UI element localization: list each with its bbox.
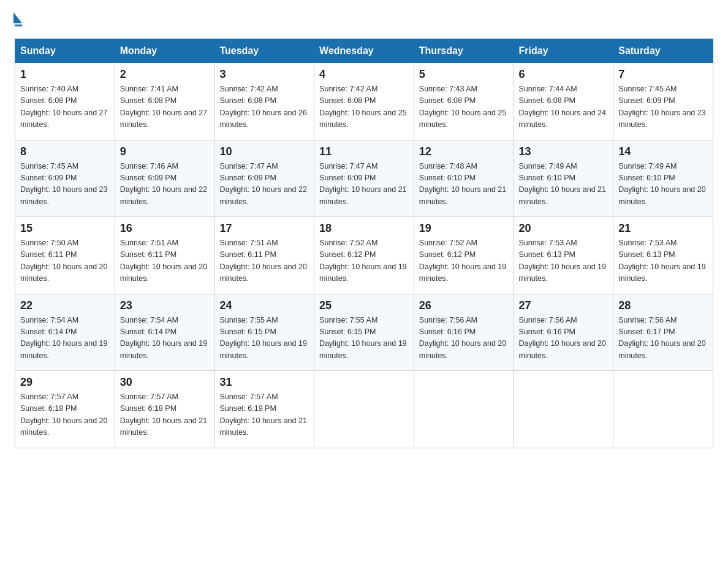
day-number: 31 xyxy=(219,376,309,389)
day-info: Sunrise: 7:41 AMSunset: 6:08 PMDaylight:… xyxy=(120,83,210,131)
calendar-week-row: 15Sunrise: 7:50 AMSunset: 6:11 PMDayligh… xyxy=(15,217,713,294)
day-info: Sunrise: 7:53 AMSunset: 6:13 PMDaylight:… xyxy=(519,237,609,285)
calendar-cell: 28Sunrise: 7:56 AMSunset: 6:17 PMDayligh… xyxy=(613,294,713,371)
calendar-week-row: 29Sunrise: 7:57 AMSunset: 6:18 PMDayligh… xyxy=(15,371,713,448)
day-number: 10 xyxy=(219,145,309,158)
day-number: 16 xyxy=(120,222,210,235)
day-info: Sunrise: 7:45 AMSunset: 6:09 PMDaylight:… xyxy=(20,161,110,209)
calendar-cell: 21Sunrise: 7:53 AMSunset: 6:13 PMDayligh… xyxy=(613,217,713,294)
header-sunday: Sunday xyxy=(15,39,115,63)
calendar-cell: 24Sunrise: 7:55 AMSunset: 6:15 PMDayligh… xyxy=(214,294,314,371)
header-tuesday: Tuesday xyxy=(214,39,314,63)
day-number: 18 xyxy=(319,222,409,235)
day-info: Sunrise: 7:44 AMSunset: 6:08 PMDaylight:… xyxy=(519,83,609,131)
day-info: Sunrise: 7:46 AMSunset: 6:09 PMDaylight:… xyxy=(120,161,210,209)
calendar-cell: 18Sunrise: 7:52 AMSunset: 6:12 PMDayligh… xyxy=(314,217,414,294)
day-number: 7 xyxy=(618,68,708,81)
calendar-week-row: 22Sunrise: 7:54 AMSunset: 6:14 PMDayligh… xyxy=(15,294,713,371)
calendar-cell: 22Sunrise: 7:54 AMSunset: 6:14 PMDayligh… xyxy=(15,294,115,371)
calendar-cell: 5Sunrise: 7:43 AMSunset: 6:08 PMDaylight… xyxy=(414,63,514,140)
calendar-cell: 2Sunrise: 7:41 AMSunset: 6:08 PMDaylight… xyxy=(115,63,214,140)
day-info: Sunrise: 7:55 AMSunset: 6:15 PMDaylight:… xyxy=(319,315,409,362)
day-info: Sunrise: 7:54 AMSunset: 6:14 PMDaylight:… xyxy=(20,315,110,362)
calendar-cell: 20Sunrise: 7:53 AMSunset: 6:13 PMDayligh… xyxy=(514,217,613,294)
calendar-cell: 3Sunrise: 7:42 AMSunset: 6:08 PMDaylight… xyxy=(214,63,314,140)
day-info: Sunrise: 7:51 AMSunset: 6:11 PMDaylight:… xyxy=(219,237,309,285)
day-number: 9 xyxy=(120,145,210,158)
calendar-cell: 17Sunrise: 7:51 AMSunset: 6:11 PMDayligh… xyxy=(214,217,314,294)
day-info: Sunrise: 7:49 AMSunset: 6:10 PMDaylight:… xyxy=(519,161,609,209)
day-number: 13 xyxy=(519,145,609,158)
calendar-cell xyxy=(414,371,514,448)
logo-arrow-icon xyxy=(13,12,22,23)
day-number: 8 xyxy=(20,145,110,158)
calendar-header-row: SundayMondayTuesdayWednesdayThursdayFrid… xyxy=(15,39,713,63)
day-number: 6 xyxy=(519,68,609,81)
day-number: 21 xyxy=(618,222,708,235)
day-number: 28 xyxy=(618,299,708,312)
day-info: Sunrise: 7:51 AMSunset: 6:11 PMDaylight:… xyxy=(120,237,210,285)
day-number: 26 xyxy=(419,299,509,312)
day-number: 1 xyxy=(20,68,110,81)
calendar-cell: 31Sunrise: 7:57 AMSunset: 6:19 PMDayligh… xyxy=(214,371,314,448)
header-friday: Friday xyxy=(514,39,613,63)
day-info: Sunrise: 7:56 AMSunset: 6:16 PMDaylight:… xyxy=(519,315,609,362)
day-number: 25 xyxy=(319,299,409,312)
day-number: 19 xyxy=(419,222,509,235)
day-number: 2 xyxy=(120,68,210,81)
calendar-cell xyxy=(314,371,414,448)
calendar-cell: 15Sunrise: 7:50 AMSunset: 6:11 PMDayligh… xyxy=(15,217,115,294)
calendar-cell: 26Sunrise: 7:56 AMSunset: 6:16 PMDayligh… xyxy=(414,294,514,371)
day-info: Sunrise: 7:50 AMSunset: 6:11 PMDaylight:… xyxy=(20,237,110,285)
day-info: Sunrise: 7:47 AMSunset: 6:09 PMDaylight:… xyxy=(319,161,409,209)
day-number: 29 xyxy=(20,376,110,389)
day-info: Sunrise: 7:42 AMSunset: 6:08 PMDaylight:… xyxy=(219,83,309,131)
calendar-cell: 8Sunrise: 7:45 AMSunset: 6:09 PMDaylight… xyxy=(15,140,115,217)
calendar-cell: 12Sunrise: 7:48 AMSunset: 6:10 PMDayligh… xyxy=(414,140,514,217)
header-wednesday: Wednesday xyxy=(314,39,414,63)
calendar-week-row: 8Sunrise: 7:45 AMSunset: 6:09 PMDaylight… xyxy=(15,140,713,217)
day-number: 20 xyxy=(519,222,609,235)
day-info: Sunrise: 7:42 AMSunset: 6:08 PMDaylight:… xyxy=(319,83,409,131)
day-info: Sunrise: 7:43 AMSunset: 6:08 PMDaylight:… xyxy=(419,83,509,131)
logo-underline xyxy=(15,25,22,26)
calendar-cell: 11Sunrise: 7:47 AMSunset: 6:09 PMDayligh… xyxy=(314,140,414,217)
calendar-week-row: 1Sunrise: 7:40 AMSunset: 6:08 PMDaylight… xyxy=(15,63,713,140)
calendar-cell: 25Sunrise: 7:55 AMSunset: 6:15 PMDayligh… xyxy=(314,294,414,371)
calendar-cell: 27Sunrise: 7:56 AMSunset: 6:16 PMDayligh… xyxy=(514,294,613,371)
calendar-cell xyxy=(613,371,713,448)
day-number: 14 xyxy=(618,145,708,158)
calendar-cell: 4Sunrise: 7:42 AMSunset: 6:08 PMDaylight… xyxy=(314,63,414,140)
day-number: 3 xyxy=(219,68,309,81)
day-number: 23 xyxy=(120,299,210,312)
day-number: 12 xyxy=(419,145,509,158)
day-info: Sunrise: 7:45 AMSunset: 6:09 PMDaylight:… xyxy=(618,83,708,131)
page-header xyxy=(15,15,713,26)
header-monday: Monday xyxy=(115,39,214,63)
day-info: Sunrise: 7:56 AMSunset: 6:16 PMDaylight:… xyxy=(419,315,509,362)
day-number: 22 xyxy=(20,299,110,312)
calendar-cell: 7Sunrise: 7:45 AMSunset: 6:09 PMDaylight… xyxy=(613,63,713,140)
calendar-cell: 19Sunrise: 7:52 AMSunset: 6:12 PMDayligh… xyxy=(414,217,514,294)
calendar-cell: 16Sunrise: 7:51 AMSunset: 6:11 PMDayligh… xyxy=(115,217,214,294)
day-info: Sunrise: 7:56 AMSunset: 6:17 PMDaylight:… xyxy=(618,315,708,362)
day-info: Sunrise: 7:49 AMSunset: 6:10 PMDaylight:… xyxy=(618,161,708,209)
calendar-cell xyxy=(514,371,613,448)
day-number: 17 xyxy=(219,222,309,235)
calendar-cell: 13Sunrise: 7:49 AMSunset: 6:10 PMDayligh… xyxy=(514,140,613,217)
day-info: Sunrise: 7:55 AMSunset: 6:15 PMDaylight:… xyxy=(219,315,309,362)
header-saturday: Saturday xyxy=(613,39,713,63)
day-info: Sunrise: 7:57 AMSunset: 6:19 PMDaylight:… xyxy=(219,391,309,439)
day-number: 5 xyxy=(419,68,509,81)
day-info: Sunrise: 7:47 AMSunset: 6:09 PMDaylight:… xyxy=(219,161,309,209)
calendar-cell: 10Sunrise: 7:47 AMSunset: 6:09 PMDayligh… xyxy=(214,140,314,217)
day-info: Sunrise: 7:48 AMSunset: 6:10 PMDaylight:… xyxy=(419,161,509,209)
day-info: Sunrise: 7:52 AMSunset: 6:12 PMDaylight:… xyxy=(319,237,409,285)
day-info: Sunrise: 7:53 AMSunset: 6:13 PMDaylight:… xyxy=(618,237,708,285)
day-info: Sunrise: 7:40 AMSunset: 6:08 PMDaylight:… xyxy=(20,83,110,131)
calendar-cell: 9Sunrise: 7:46 AMSunset: 6:09 PMDaylight… xyxy=(115,140,214,217)
day-number: 15 xyxy=(20,222,110,235)
calendar-cell: 6Sunrise: 7:44 AMSunset: 6:08 PMDaylight… xyxy=(514,63,613,140)
calendar-cell: 29Sunrise: 7:57 AMSunset: 6:18 PMDayligh… xyxy=(15,371,115,448)
day-info: Sunrise: 7:52 AMSunset: 6:12 PMDaylight:… xyxy=(419,237,509,285)
